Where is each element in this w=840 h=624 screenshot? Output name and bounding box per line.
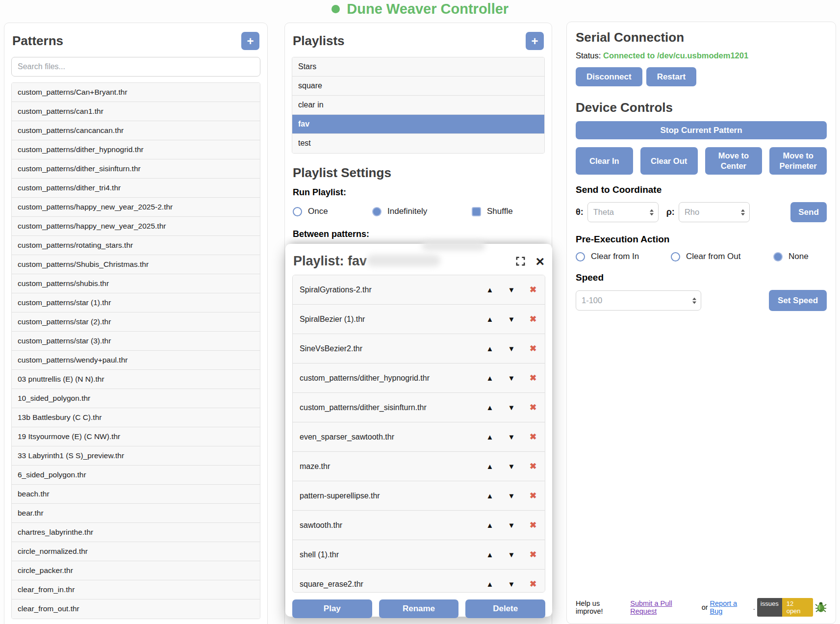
move-to-perimeter-button[interactable]: Move to Perimeter [769, 147, 827, 175]
pattern-file-row[interactable]: custom_patterns/dither_hypnogrid.thr [12, 140, 260, 159]
pattern-file-row[interactable]: custom_patterns/wendy+paul.thr [12, 351, 260, 370]
move-up-button[interactable]: ▲ [479, 462, 501, 470]
pattern-file-row[interactable]: custom_patterns/shubis.thr [12, 274, 260, 293]
pattern-file-row[interactable]: chartres_labyrinthe.thr [12, 523, 260, 542]
move-down-button[interactable]: ▼ [501, 374, 522, 382]
rename-button[interactable]: Rename [379, 599, 459, 618]
pattern-file-row[interactable]: custom_patterns/happy_new_year_2025-2.th… [12, 198, 260, 217]
pattern-file-row[interactable]: custom_patterns/cancancan.thr [12, 121, 260, 140]
pattern-file-row[interactable]: custom_patterns/Shubis_Christmas.thr [12, 255, 260, 274]
playlist-row[interactable]: square [292, 77, 544, 96]
pattern-file-row[interactable]: 10_sided_polygon.thr [12, 389, 260, 408]
radio-indefinitely-icon[interactable] [372, 207, 382, 216]
pattern-file-row[interactable]: custom_patterns/Can+Bryant.thr [12, 83, 260, 102]
pattern-file-row[interactable]: custom_patterns/star (1).thr [12, 293, 260, 312]
move-up-button[interactable]: ▲ [479, 403, 501, 412]
playlist-items-list[interactable]: SpiralGyrations-2.thr ▲ ▼ ✖ SpiralBezier… [292, 275, 545, 593]
clear-out-button[interactable]: Clear Out [640, 147, 698, 175]
pattern-file-row[interactable]: custom_patterns/can1.thr [12, 102, 260, 121]
radio-clear-from-in-icon[interactable] [576, 252, 585, 261]
move-down-button[interactable]: ▼ [501, 521, 522, 529]
move-up-button[interactable]: ▲ [479, 580, 501, 588]
radio-once-icon[interactable] [293, 207, 302, 216]
pattern-file-row[interactable]: clear_from_in.thr [12, 580, 260, 599]
pattern-file-row[interactable]: 03 pnuttrellis (E) (N N).thr [12, 370, 260, 389]
radio-none-icon[interactable] [773, 252, 783, 261]
move-up-button[interactable]: ▲ [479, 433, 501, 441]
pattern-file-row[interactable]: custom_patterns/dither_tri4.thr [12, 179, 260, 198]
add-playlist-button[interactable]: + [526, 32, 544, 50]
pattern-file-row[interactable]: custom_patterns/happy_new_year_2025.thr [12, 217, 260, 236]
pattern-file-row[interactable]: beach.thr [12, 485, 260, 504]
remove-item-button[interactable]: ✖ [522, 285, 544, 295]
playlist-row[interactable]: Stars [292, 57, 544, 77]
move-to-center-button[interactable]: Move to Center [705, 147, 763, 175]
playlist-row[interactable]: clear in [292, 96, 544, 115]
clear-from-in-option[interactable]: Clear from In [576, 252, 671, 261]
add-pattern-button[interactable]: + [241, 32, 259, 50]
set-speed-button[interactable]: Set Speed [769, 290, 827, 311]
theta-input[interactable] [587, 202, 659, 222]
move-down-button[interactable]: ▼ [501, 433, 522, 441]
pattern-file-row[interactable]: circle_packer.thr [12, 561, 260, 580]
pattern-file-row[interactable]: custom_patterns/star (3).thr [12, 332, 260, 351]
remove-item-button[interactable]: ✖ [522, 402, 544, 413]
send-button[interactable]: Send [790, 202, 827, 222]
close-icon[interactable]: × [535, 256, 544, 267]
remove-item-button[interactable]: ✖ [522, 461, 544, 471]
move-up-button[interactable]: ▲ [479, 521, 501, 529]
pattern-file-row[interactable]: bear.thr [12, 504, 260, 523]
run-indefinitely-option[interactable]: Indefinitely [372, 207, 472, 216]
move-down-button[interactable]: ▼ [501, 492, 522, 500]
move-up-button[interactable]: ▲ [479, 344, 501, 353]
pattern-file-row[interactable]: custom_patterns/star (2).thr [12, 312, 260, 332]
rho-spinner-icon[interactable] [741, 209, 745, 215]
move-down-button[interactable]: ▼ [501, 315, 522, 323]
pattern-file-row[interactable]: circle_normalized.thr [12, 542, 260, 561]
delete-button[interactable]: Delete [465, 599, 545, 618]
move-up-button[interactable]: ▲ [479, 374, 501, 382]
pattern-file-row[interactable]: custom_patterns/rotating_stars.thr [12, 236, 260, 255]
move-down-button[interactable]: ▼ [501, 580, 522, 588]
shuffle-option[interactable]: Shuffle [472, 207, 513, 216]
speed-spinner-icon[interactable] [692, 297, 696, 304]
playlist-row[interactable]: fav [292, 115, 544, 134]
remove-item-button[interactable]: ✖ [522, 491, 544, 501]
move-down-button[interactable]: ▼ [501, 550, 522, 559]
move-up-button[interactable]: ▲ [479, 286, 501, 294]
issues-badge[interactable]: issues 12 open [757, 598, 813, 617]
shuffle-checkbox-icon[interactable] [472, 207, 481, 216]
remove-item-button[interactable]: ✖ [522, 579, 544, 589]
pattern-file-row[interactable]: clear_from_out.thr [12, 599, 260, 619]
play-button[interactable]: Play [292, 599, 372, 618]
pattern-file-row[interactable]: 33 Labyrinth1 (S S)_preview.thr [12, 446, 260, 466]
pattern-file-row[interactable]: 6_sided_polygon.thr [12, 466, 260, 485]
theta-spinner-icon[interactable] [650, 209, 654, 215]
speed-input[interactable] [576, 290, 701, 311]
remove-item-button[interactable]: ✖ [522, 549, 544, 560]
playlist-row[interactable]: test [292, 134, 544, 153]
pattern-file-row[interactable]: 19 Itsyourmove (E) (C NW).thr [12, 427, 260, 446]
restart-button[interactable]: Restart [646, 67, 697, 86]
move-down-button[interactable]: ▼ [501, 462, 522, 470]
move-down-button[interactable]: ▼ [501, 286, 522, 294]
radio-clear-from-out-icon[interactable] [671, 252, 680, 261]
remove-item-button[interactable]: ✖ [522, 343, 544, 354]
remove-item-button[interactable]: ✖ [522, 520, 544, 530]
search-files-input[interactable] [11, 57, 260, 77]
submit-pull-request-link[interactable]: Submit a Pull Request [630, 599, 699, 615]
move-up-button[interactable]: ▲ [479, 492, 501, 500]
disconnect-button[interactable]: Disconnect [576, 67, 642, 86]
rho-input[interactable] [679, 202, 750, 222]
fullscreen-icon[interactable] [515, 256, 526, 266]
remove-item-button[interactable]: ✖ [522, 314, 544, 324]
pattern-file-row[interactable]: custom_patterns/dither_sisinfturn.thr [12, 159, 260, 179]
report-a-bug-link[interactable]: Report a Bug [710, 599, 751, 615]
clear-from-out-option[interactable]: Clear from Out [671, 252, 773, 261]
remove-item-button[interactable]: ✖ [522, 432, 544, 442]
clear-in-button[interactable]: Clear In [576, 147, 633, 175]
run-once-option[interactable]: Once [293, 207, 372, 216]
move-down-button[interactable]: ▼ [501, 344, 522, 353]
none-option[interactable]: None [773, 252, 809, 261]
stop-current-pattern-button[interactable]: Stop Current Pattern [576, 121, 827, 139]
